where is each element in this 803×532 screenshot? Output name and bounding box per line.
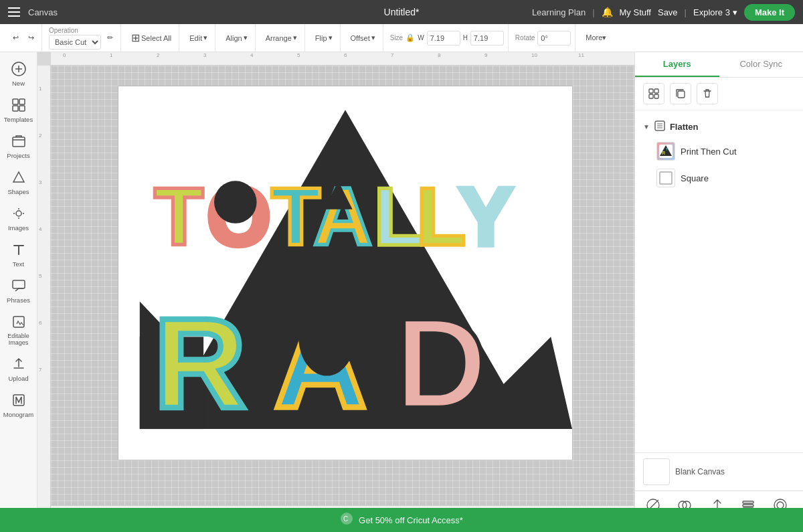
sidebar-item-new[interactable]: New <box>3 58 35 91</box>
blank-canvas-swatch <box>643 458 670 485</box>
arrange-group: Arrange ▾ <box>258 24 305 52</box>
sidebar-item-templates[interactable]: Templates <box>3 94 35 127</box>
sidebar-item-phrases[interactable]: Phrases <box>3 274 35 308</box>
tab-layers[interactable]: Layers <box>635 52 719 77</box>
svg-text:D: D <box>395 292 487 434</box>
edit-color-button[interactable]: ✏ <box>104 31 116 44</box>
flip-group: Flip ▾ <box>308 24 341 52</box>
sidebar-item-text-label: Text <box>13 260 24 268</box>
learning-plan[interactable]: Learning Plan <box>532 7 586 17</box>
svg-rect-43 <box>678 91 685 98</box>
sidebar-item-phrases-label: Phrases <box>7 296 30 304</box>
sidebar-item-images-label: Images <box>8 224 29 232</box>
more-button[interactable]: More▾ <box>582 31 610 44</box>
offset-group: Offset ▾ <box>343 24 383 52</box>
svg-text:R: R <box>662 151 665 155</box>
svg-point-36 <box>298 298 355 376</box>
edit-chevron-icon: ▾ <box>203 33 207 42</box>
undo-redo-group: ↩ ↪ <box>5 24 42 52</box>
arrange-button[interactable]: Arrange ▾ <box>262 31 300 44</box>
tab-color-sync[interactable]: Color Sync <box>719 52 804 77</box>
svg-rect-1 <box>13 99 18 104</box>
size-w-input[interactable] <box>427 31 460 46</box>
notification-bell-icon[interactable]: 🔔 <box>602 7 613 17</box>
sidebar-item-shapes[interactable]: Shapes <box>3 166 35 199</box>
upload-icon <box>11 357 26 373</box>
offset-button[interactable]: Offset ▾ <box>347 31 379 44</box>
sidebar-item-text[interactable]: Text <box>3 238 35 272</box>
save-button[interactable]: Save <box>658 7 678 17</box>
flip-button[interactable]: Flip ▾ <box>312 31 336 44</box>
align-button[interactable]: Align ▾ <box>222 31 250 44</box>
new-icon <box>11 62 26 78</box>
flatten-group-icon <box>654 120 666 134</box>
layer-item-print-then-cut[interactable]: R T Print Then Cut <box>635 138 803 165</box>
flatten-group-label: Flatten <box>670 122 699 132</box>
square-thumbnail <box>656 169 675 187</box>
ruler-vertical: 1 2 3 4 5 6 7 <box>37 66 51 532</box>
rotate-input[interactable] <box>537 31 571 46</box>
blank-canvas-label: Blank Canvas <box>675 467 725 476</box>
select-all-group: ⊞ Select All <box>124 24 179 52</box>
layer-item-square[interactable]: Square <box>635 165 803 191</box>
svg-rect-42 <box>654 94 658 98</box>
sidebar-item-monogram[interactable]: Monogram <box>3 389 35 422</box>
svg-text:R: R <box>154 292 246 434</box>
sidebar-item-monogram-label: Monogram <box>3 411 33 418</box>
my-stuff-link[interactable]: My Stuff <box>620 7 651 17</box>
make-it-button[interactable]: Make It <box>744 4 795 21</box>
print-then-cut-thumbnail: R T <box>656 142 675 161</box>
redo-button[interactable]: ↪ <box>25 31 37 44</box>
panel-tabs: Layers Color Sync <box>635 52 803 78</box>
canvas-area[interactable]: 0 1 2 3 4 5 6 7 8 9 10 11 1 2 3 4 5 <box>37 52 634 532</box>
svg-text:L: L <box>416 171 466 262</box>
sidebar-item-new-label: New <box>12 80 25 87</box>
right-panel: Layers Color Sync ▼ Flatten <box>634 52 803 532</box>
panel-actions <box>635 78 803 110</box>
sidebar-item-templates-label: Templates <box>4 116 33 123</box>
svg-rect-39 <box>649 89 653 93</box>
top-nav: Canvas Untitled* Learning Plan | 🔔 My St… <box>0 0 803 24</box>
svg-rect-9 <box>13 395 24 406</box>
sidebar-item-projects[interactable]: Projects <box>3 130 35 163</box>
svg-rect-41 <box>649 94 653 98</box>
size-h-input[interactable] <box>470 31 504 46</box>
white-canvas: T O O T A L L Y Y T T <box>118 86 573 460</box>
group-button[interactable] <box>643 83 664 104</box>
explore-dropdown[interactable]: Explore 3 ▾ <box>693 7 737 17</box>
delete-button[interactable] <box>697 83 718 104</box>
document-title[interactable]: Untitled* <box>384 7 420 17</box>
sidebar-item-editable-images-label: Editable Images <box>5 333 32 346</box>
svg-text:Y: Y <box>459 171 513 262</box>
sidebar-item-upload-label: Upload <box>8 375 28 382</box>
sidebar-item-images[interactable]: Images <box>3 202 35 236</box>
promo-banner[interactable]: C Get 50% off Cricut Access* <box>0 508 803 532</box>
sidebar-item-editable-images[interactable]: Editable Images <box>3 311 35 350</box>
svg-rect-49 <box>660 172 672 184</box>
undo-button[interactable]: ↩ <box>9 31 22 44</box>
size-label: Size <box>390 34 403 41</box>
flatten-group-row[interactable]: ▼ Flatten <box>635 116 803 138</box>
duplicate-button[interactable] <box>670 83 691 104</box>
select-all-button[interactable]: ⊞ Select All <box>128 29 175 46</box>
operation-label: Operation <box>49 27 101 34</box>
more-group: More▾ <box>578 24 614 52</box>
svg-rect-40 <box>654 89 658 93</box>
lock-icon: 🔒 <box>406 33 415 42</box>
align-group: Align ▾ <box>218 24 255 52</box>
edit-button[interactable]: Edit ▾ <box>186 31 211 44</box>
sidebar-item-upload[interactable]: Upload <box>3 353 35 386</box>
svg-rect-2 <box>19 99 25 104</box>
svg-point-34 <box>214 181 257 224</box>
canvas-grid: T O O T A L L Y Y T T <box>51 66 634 505</box>
svg-text:T: T <box>666 147 668 151</box>
operation-select[interactable]: Basic Cut <box>49 35 101 50</box>
hamburger-menu[interactable] <box>8 7 20 17</box>
projects-icon <box>11 134 26 151</box>
layer-section: ▼ Flatten R T Print Then Cut <box>635 110 803 452</box>
print-then-cut-label: Print Then Cut <box>681 147 737 157</box>
flip-chevron-icon: ▾ <box>329 33 333 42</box>
size-w-label: W <box>418 34 424 41</box>
chevron-down-icon: ▾ <box>733 7 737 17</box>
artwork-svg: T O O T A L L Y Y T T <box>118 86 572 460</box>
